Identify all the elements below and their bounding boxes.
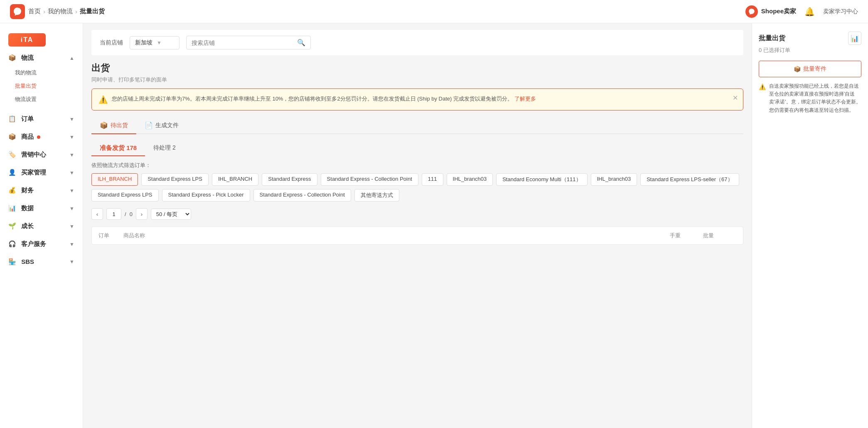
store-select[interactable]: 新加坡 ▼ — [130, 36, 180, 49]
layout: iTA 📦 物流 ▲ 我的物流 批量出货 物流设置 📋 订单 — [0, 23, 868, 428]
growth-icon: 🌱 — [8, 222, 16, 229]
sidebar-item-my-logistics[interactable]: 我的物流 — [15, 66, 83, 79]
alert-text: 您的店铺上周未完成订单率为7%。若本周未完成订单率继续上升至 10%，您的店铺将… — [112, 95, 536, 103]
filter-label: 依照物流方式筛选订单： — [91, 162, 743, 169]
chip-standard-economy-multi[interactable]: Standard Economy Multi（111） — [496, 173, 587, 186]
sidebar-label-finance: 财务 — [21, 187, 34, 194]
batch-ship-label: 批量寄件 — [803, 65, 826, 73]
col-weight: 手重 — [670, 232, 703, 239]
chip-ihl-branch03-2[interactable]: IHL_branch03 — [591, 173, 637, 186]
sidebar-label-sbs: SBS — [21, 258, 34, 265]
col-batch: 批量 — [703, 232, 736, 239]
chip-ilh-branch-2[interactable]: IHL_BRANCH — [212, 173, 258, 186]
sidebar-section-data: 📊 数据 ▼ — [0, 200, 83, 216]
chip-standard-express[interactable]: Standard Express — [262, 173, 317, 186]
chip-111[interactable]: 111 — [422, 173, 443, 186]
shopee-logo — [10, 4, 25, 19]
sidebar-label-growth: 成长 — [21, 222, 34, 229]
chevron-down-icon-service: ▼ — [69, 241, 74, 247]
page-input[interactable] — [106, 208, 121, 220]
chip-standard-express-lps-seller[interactable]: Standard Express LPS-seller（67） — [640, 173, 739, 186]
subtab-processing[interactable]: 待处理 2 — [145, 141, 184, 156]
service-icon: 🎧 — [8, 240, 16, 247]
sidebar-section-products: 📦 商品 ▼ — [0, 129, 83, 145]
ship-icon: 📦 — [794, 66, 801, 72]
chevron-down-icon-sbs: ▼ — [69, 259, 74, 265]
orders-icon: 📋 — [8, 115, 16, 122]
sidebar-section-header-buyers[interactable]: 👤 买家管理 ▼ — [0, 165, 83, 181]
panel-selected-count: 0 已选择订单 — [759, 47, 861, 54]
alert-close-icon[interactable]: ✕ — [733, 94, 738, 102]
top-nav: 首页 › 我的物流 › 批量出货 Shopee卖家 🔔 卖家学习中心 — [0, 0, 868, 23]
sidebar-item-bulk-ship[interactable]: 批量出货 — [15, 79, 83, 93]
panel-alert: ⚠️ 自送卖家预报功能已经上线，若您是自送至仓拉的卖家请直接在预报时选择'自送卖… — [759, 82, 861, 114]
sidebar-section-header-data[interactable]: 📊 数据 ▼ — [0, 200, 83, 216]
chip-standard-express-cp-2[interactable]: Standard Express - Collection Point — [253, 189, 351, 202]
sidebar-section-header-finance[interactable]: 💰 财务 ▼ — [0, 182, 83, 199]
generate-tab-icon: 📄 — [145, 121, 153, 129]
sidebar-label-orders: 订单 — [21, 115, 34, 122]
marketing-icon: 🏷️ — [8, 151, 16, 158]
tab-pending[interactable]: 📦 待出货 — [91, 117, 136, 134]
panel-title: 批量出货 📊 — [759, 32, 861, 45]
main-content: 当前店铺 新加坡 ▼ 🔍 出货 同时申请、打印多笔订单的面单 ⚠️ 您的店铺上周… — [83, 23, 752, 428]
breadcrumb-logistics[interactable]: 我的物流 — [48, 7, 73, 15]
sidebar-section-header-orders[interactable]: 📋 订单 ▼ — [0, 111, 83, 127]
chevron-down-icon-orders: ▼ — [69, 116, 74, 122]
chip-standard-express-lps-1[interactable]: Standard Express LPS — [141, 173, 209, 186]
batch-ship-button[interactable]: 📦 批量寄件 — [759, 61, 861, 77]
sidebar-section-header-products[interactable]: 📦 商品 ▼ — [0, 129, 83, 145]
sidebar-section-header-service[interactable]: 🎧 客户服务 ▼ — [0, 236, 83, 252]
chip-standard-express-lps-2[interactable]: Standard Express LPS — [91, 189, 159, 202]
sidebar-label-products: 商品 — [21, 133, 34, 140]
filter-chips: ILH_BRANCH Standard Express LPS IHL_BRAN… — [91, 173, 743, 202]
tab-pending-label: 待出货 — [111, 122, 128, 129]
chip-ihl-branch03-1[interactable]: IHL_branch03 — [447, 173, 493, 186]
chevron-down-icon-growth: ▼ — [69, 224, 74, 229]
tabs-row: 📦 待出货 📄 生成文件 — [91, 117, 743, 134]
sidebar-section-header-marketing[interactable]: 🏷️ 营销中心 ▼ — [0, 147, 83, 163]
alert-box: ⚠️ 您的店铺上周未完成订单率为7%。若本周未完成订单率继续上升至 10%，您的… — [91, 89, 743, 111]
finance-icon: 💰 — [8, 187, 16, 194]
chevron-down-icon-finance: ▼ — [69, 188, 74, 194]
bell-icon[interactable]: 🔔 — [804, 7, 815, 17]
tab-generate[interactable]: 📄 生成文件 — [136, 117, 187, 134]
store-bar: 当前店铺 新加坡 ▼ 🔍 — [91, 30, 743, 55]
nav-left: 首页 › 我的物流 › 批量出货 — [10, 4, 105, 19]
alert-learn-more[interactable]: 了解更多 — [514, 96, 536, 102]
sidebar-section-buyers: 👤 买家管理 ▼ — [0, 165, 83, 181]
breadcrumb-home[interactable]: 首页 — [28, 7, 41, 15]
sidebar-section-marketing: 🏷️ 营销中心 ▼ — [0, 147, 83, 163]
sidebar-section-header-growth[interactable]: 🌱 成长 ▼ — [0, 218, 83, 234]
warning-icon: ⚠️ — [98, 95, 108, 104]
breadcrumb: 首页 › 我的物流 › 批量出货 — [28, 7, 105, 15]
sidebar-section-header-logistics[interactable]: 📦 物流 ▲ — [0, 50, 83, 66]
study-link[interactable]: 卖家学习中心 — [823, 8, 858, 15]
store-search-box[interactable]: 🔍 — [186, 36, 311, 49]
prev-page-btn[interactable]: ‹ — [91, 208, 103, 220]
panel-notice-text: 自送卖家预报功能已经上线，若您是自送至仓拉的卖家请直接在预报时选择'自送卖'承诺… — [769, 82, 861, 114]
sbs-icon: 🏪 — [8, 258, 16, 265]
chip-other-shipping[interactable]: 其他寄送方式 — [354, 189, 399, 202]
search-icon: 🔍 — [297, 39, 305, 47]
sidebar-label-data: 数据 — [21, 204, 34, 212]
right-panel: 批量出货 📊 0 已选择订单 📦 批量寄件 ⚠️ 自送卖家预报功能已经上线，若您… — [752, 23, 868, 428]
chip-standard-express-cp-1[interactable]: Standard Express - Collection Point — [321, 173, 418, 186]
chip-standard-express-pick-locker[interactable]: Standard Express - Pick Locker — [162, 189, 250, 202]
sidebar-item-logistics-settings[interactable]: 物流设置 — [15, 93, 83, 106]
breadcrumb-current: 批量出货 — [80, 7, 105, 15]
panel-chart-icon[interactable]: 📊 — [848, 32, 861, 45]
store-search-input[interactable] — [192, 39, 294, 46]
next-page-btn[interactable]: › — [136, 208, 148, 220]
sidebar-label-buyers: 买家管理 — [21, 169, 46, 176]
chip-ilh-branch-1[interactable]: ILH_BRANCH — [91, 173, 138, 186]
sidebar-label-service: 客户服务 — [21, 240, 46, 247]
seller-brand: Shopee卖家 — [745, 5, 796, 18]
subtab-ready[interactable]: 准备发货 178 — [91, 141, 145, 156]
sidebar-section-header-sbs[interactable]: 🏪 SBS ▼ — [0, 254, 83, 270]
chevron-up-icon: ▲ — [69, 55, 74, 61]
pagination-separator: / — [125, 211, 126, 217]
per-page-select[interactable]: 50 / 每页 100 / 每页 — [151, 209, 191, 220]
products-icon: 📦 — [8, 133, 16, 140]
seller-brand-label: Shopee卖家 — [761, 7, 796, 15]
